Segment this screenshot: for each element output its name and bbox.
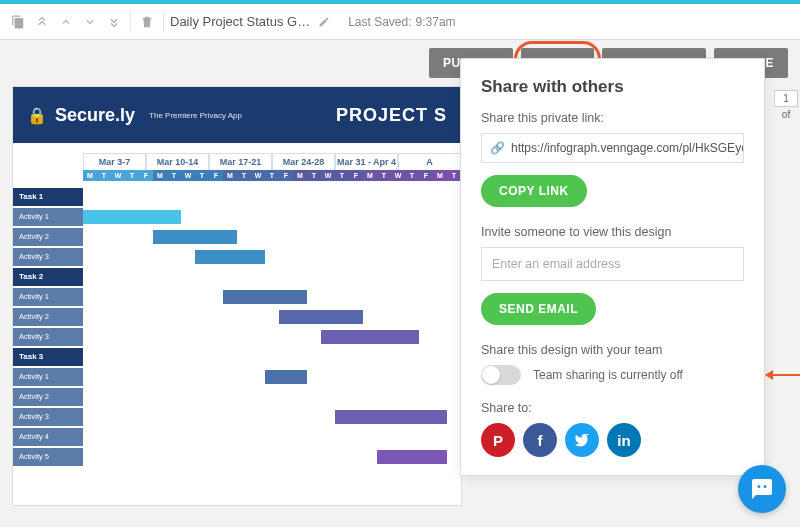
gantt-task-row: Task 2 [13,267,461,286]
day-letter: W [391,170,405,181]
gantt-bar [335,410,447,424]
email-input[interactable] [481,247,744,281]
day-letter: T [377,170,391,181]
day-letter: T [125,170,139,181]
day-letter: T [97,170,111,181]
top-toolbar: Daily Project Status G… Last Saved: 9:37… [0,4,800,40]
day-letter: F [419,170,433,181]
gantt-bar [377,450,447,464]
gantt-activity-row: Activity 2 [13,307,461,326]
copy-icon[interactable] [8,12,28,32]
social-linkedin-button[interactable]: in [607,423,641,457]
gantt-row-label: Activity 2 [13,388,83,406]
chevron-up-icon[interactable] [56,12,76,32]
date-header: A [398,153,461,170]
social-facebook-button[interactable]: f [523,423,557,457]
document-title[interactable]: Daily Project Status G… [170,14,310,29]
day-letter: F [349,170,363,181]
share-link-label: Share this private link: [481,111,744,125]
gantt-bar [195,250,265,264]
date-header: Mar 10-14 [146,153,209,170]
annotation-arrow [766,374,800,376]
gantt-activity-row: Activity 2 [13,387,461,406]
gantt-bar [321,330,419,344]
day-letter: T [167,170,181,181]
date-header: Mar 24-28 [272,153,335,170]
gantt-row-label: Activity 3 [13,328,83,346]
link-icon: 🔗 [490,141,505,155]
gantt-activity-row: Activity 5 [13,447,461,466]
day-letter: M [223,170,237,181]
chat-icon [750,477,774,501]
gantt-row-label: Activity 2 [13,228,83,246]
day-letter: M [83,170,97,181]
share-link-field[interactable]: 🔗 https://infograph.venngage.com/pl/HkSG… [481,133,744,163]
gantt-task-row: Task 3 [13,347,461,366]
page-rail: 1 of [772,90,800,120]
day-letter: T [307,170,321,181]
day-letter: W [111,170,125,181]
project-title: PROJECT S [336,105,447,126]
lock-icon: 🔒 [27,106,47,125]
day-letter: F [209,170,223,181]
gantt-activity-row: Activity 3 [13,247,461,266]
design-canvas[interactable]: 🔒 Secure.ly The Premiere Privacy App PRO… [12,86,462,506]
gantt-row-label: Activity 2 [13,308,83,326]
day-letter: W [181,170,195,181]
gantt-row-label: Task 2 [13,268,83,286]
date-header: Mar 17-21 [209,153,272,170]
gantt-row-label: Task 1 [13,188,83,206]
social-twitter-button[interactable] [565,423,599,457]
edit-icon[interactable] [314,12,334,32]
day-letter: F [279,170,293,181]
team-sharing-toggle[interactable] [481,365,521,385]
day-letter: T [265,170,279,181]
day-letter: T [405,170,419,181]
trash-icon[interactable] [137,12,157,32]
gantt-task-row: Task 1 [13,187,461,206]
gantt-activity-row: Activity 1 [13,367,461,386]
gantt-activity-row: Activity 1 [13,207,461,226]
day-letter: T [335,170,349,181]
date-header: Mar 31 - Apr 4 [335,153,398,170]
team-sharing-status: Team sharing is currently off [533,368,683,382]
share-panel: Share with others Share this private lin… [460,58,765,476]
chat-button[interactable] [738,465,786,513]
gantt-row-label: Activity 5 [13,448,83,466]
chevron-down-icon[interactable] [80,12,100,32]
gantt-row-label: Activity 1 [13,288,83,306]
gantt-bar [153,230,237,244]
chevrons-down-icon[interactable] [104,12,124,32]
gantt-activity-row: Activity 3 [13,327,461,346]
canvas-header: 🔒 Secure.ly The Premiere Privacy App PRO… [13,87,461,143]
day-letter: T [195,170,209,181]
day-letter: M [153,170,167,181]
gantt-row-label: Activity 1 [13,368,83,386]
chevrons-up-icon[interactable] [32,12,52,32]
gantt-row-label: Activity 3 [13,408,83,426]
send-email-button[interactable]: SEND EMAIL [481,293,596,325]
gantt-activity-row: Activity 4 [13,427,461,446]
last-saved: Last Saved: 9:37am [348,15,455,29]
copy-link-button[interactable]: COPY LINK [481,175,587,207]
share-panel-title: Share with others [481,77,744,97]
share-link-url: https://infograph.venngage.com/pl/HkSGEy… [511,141,744,155]
day-letter: M [433,170,447,181]
brand-tagline: The Premiere Privacy App [149,111,242,120]
gantt-bar [279,310,363,324]
share-to-label: Share to: [481,401,744,415]
social-pinterest-button[interactable]: P [481,423,515,457]
day-letter: F [139,170,153,181]
gantt-bar [83,210,181,224]
day-letter: W [251,170,265,181]
page-number[interactable]: 1 [774,90,798,107]
gantt-activity-row: Activity 2 [13,227,461,246]
gantt-row-label: Activity 3 [13,248,83,266]
page-of: of [782,109,790,120]
gantt-activity-row: Activity 1 [13,287,461,306]
day-letter: T [447,170,461,181]
day-letter: W [321,170,335,181]
gantt-bar [265,370,307,384]
gantt-row-label: Task 3 [13,348,83,366]
gantt-bar [223,290,307,304]
